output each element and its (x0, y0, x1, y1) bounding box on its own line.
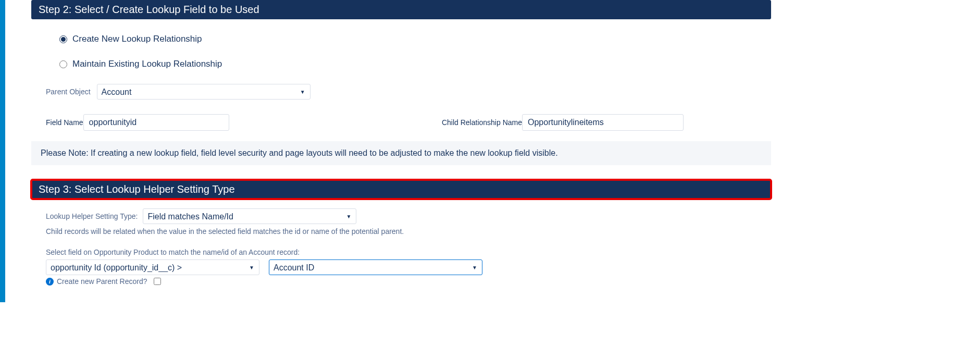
child-relationship-label: Child Relationship Name (442, 118, 522, 127)
step3-header: Step 3: Select Lookup Helper Setting Typ… (31, 180, 771, 199)
step2-body: Create New Lookup Relationship Maintain … (31, 19, 771, 141)
parent-object-row: Parent Object Account (46, 84, 756, 100)
match-field-row: opportunity Id (opportunity_id__c) > Acc… (46, 259, 756, 275)
radio-maintain-row[interactable]: Maintain Existing Lookup Relationship (59, 59, 756, 69)
step2-header: Step 2: Select / Create Lookup Field to … (31, 0, 771, 19)
field-name-label: Field Name (46, 118, 83, 127)
radio-maintain-existing[interactable] (59, 60, 67, 68)
match-field-1-wrap: opportunity Id (opportunity_id__c) > (46, 259, 259, 275)
left-accent-rail (0, 0, 5, 302)
radio-create-row[interactable]: Create New Lookup Relationship (59, 34, 756, 44)
child-relationship-input[interactable] (522, 114, 684, 131)
step2-header-text: Step 2: Select / Create Lookup Field to … (39, 4, 259, 15)
select-field-label: Select field on Opportunity Product to m… (46, 248, 756, 256)
create-parent-label: Create new Parent Record? (57, 277, 147, 286)
step2-note: Please Note: If creating a new lookup fi… (31, 141, 771, 165)
setting-type-row: Lookup Helper Setting Type: Field matche… (46, 208, 756, 224)
parent-object-label: Parent Object (46, 88, 91, 96)
setting-type-label: Lookup Helper Setting Type: (46, 212, 138, 220)
step3-header-text: Step 3: Select Lookup Helper Setting Typ… (39, 183, 235, 195)
step2-note-text: Please Note: If creating a new lookup fi… (41, 148, 558, 157)
match-field-1-select[interactable]: opportunity Id (opportunity_id__c) > (46, 259, 259, 275)
setting-type-help-text: Child records will be related when the v… (46, 227, 756, 236)
field-name-row: Field Name Child Relationship Name (46, 114, 756, 131)
step3-body: Lookup Helper Setting Type: Field matche… (31, 199, 771, 290)
radio-create-new[interactable] (59, 35, 67, 43)
parent-object-select[interactable]: Account (97, 84, 311, 100)
create-parent-row: i Create new Parent Record? (46, 277, 756, 286)
parent-object-select-wrap: Account (97, 84, 311, 100)
setting-type-select-wrap: Field matches Name/Id (143, 208, 356, 224)
radio-maintain-label: Maintain Existing Lookup Relationship (72, 59, 222, 69)
radio-create-label: Create New Lookup Relationship (72, 34, 202, 44)
create-parent-checkbox[interactable] (154, 278, 161, 285)
field-name-input[interactable] (83, 114, 229, 131)
main-content: Step 2: Select / Create Lookup Field to … (5, 0, 797, 302)
match-field-2-select[interactable]: Account ID (269, 259, 482, 275)
match-field-2-wrap: Account ID (269, 259, 482, 275)
info-icon[interactable]: i (46, 278, 54, 286)
setting-type-select[interactable]: Field matches Name/Id (143, 208, 356, 224)
